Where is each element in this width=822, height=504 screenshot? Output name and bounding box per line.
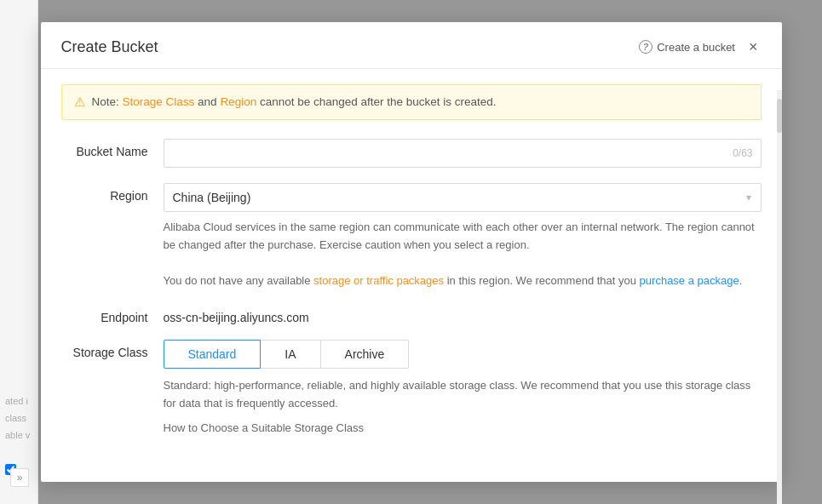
region-select-wrapper: China (Beijing) ▾ (164, 183, 762, 212)
bg-text-2: class (0, 410, 37, 427)
region-description: Alibaba Cloud services in the same regio… (164, 219, 762, 289)
create-bucket-modal: Create Bucket ? Create a bucket × ⚠ Note… (41, 22, 782, 482)
scrollbar-thumb (777, 99, 782, 133)
region-control: China (Beijing) ▾ Alibaba Cloud services… (164, 183, 762, 289)
help-link-label: Create a bucket (657, 41, 735, 54)
bucket-name-input[interactable] (164, 139, 762, 168)
help-circle-icon: ? (639, 40, 652, 54)
bucket-name-counter: 0/63 (733, 147, 752, 159)
endpoint-label: Endpoint (61, 305, 164, 324)
bucket-name-control: 0/63 (164, 139, 762, 168)
storage-class-ia-button[interactable]: IA (261, 340, 320, 369)
endpoint-value: oss-cn-beijing.aliyuncs.com (164, 305, 762, 324)
close-button[interactable]: × (745, 37, 762, 56)
storage-class-standard-button[interactable]: Standard (164, 340, 262, 369)
region-row: Region China (Beijing) ▾ Alibaba Cloud s… (61, 183, 762, 289)
bg-text-1: ated i (0, 392, 37, 410)
help-link[interactable]: ? Create a bucket (639, 40, 735, 54)
region-link[interactable]: Region (220, 95, 256, 108)
bucket-name-input-wrapper: 0/63 (164, 139, 762, 168)
endpoint-row: Endpoint oss-cn-beijing.aliyuncs.com (61, 305, 762, 324)
endpoint-control: oss-cn-beijing.aliyuncs.com (164, 305, 762, 324)
bucket-name-label: Bucket Name (61, 139, 164, 158)
modal-body: ⚠ Note: Storage Class and Region cannot … (41, 69, 782, 482)
modal-header-actions: ? Create a bucket × (639, 37, 761, 56)
storage-class-archive-button[interactable]: Archive (321, 340, 410, 369)
region-label: Region (61, 183, 164, 203)
warning-icon: ⚠ (74, 94, 85, 110)
bg-text-3: able v (0, 427, 37, 444)
alert-banner: ⚠ Note: Storage Class and Region cannot … (61, 84, 762, 120)
storage-class-help-link[interactable]: How to Choose a Suitable Storage Class (164, 421, 365, 434)
bucket-name-row: Bucket Name 0/63 (61, 139, 762, 168)
storage-class-description: Standard: high-performance, reliable, an… (164, 377, 762, 413)
modal-scrollbar[interactable] (777, 90, 782, 504)
storage-class-row: Storage Class Standard IA Archive Standa… (61, 340, 762, 437)
purchase-package-link[interactable]: purchase a package (640, 274, 739, 287)
modal-title: Create Bucket (61, 38, 158, 56)
storage-class-buttons: Standard IA Archive (164, 340, 762, 369)
storage-class-control: Standard IA Archive Standard: high-perfo… (164, 340, 762, 437)
expand-icon[interactable]: » (10, 468, 29, 487)
alert-text: Note: Storage Class and Region cannot be… (92, 94, 497, 111)
background-page: ated i class able v » (0, 0, 38, 504)
storage-class-link[interactable]: Storage Class (123, 95, 195, 108)
storage-class-label: Storage Class (61, 340, 164, 359)
region-select[interactable]: China (Beijing) (164, 183, 762, 212)
modal-header: Create Bucket ? Create a bucket × (41, 22, 782, 69)
traffic-packages-link[interactable]: storage or traffic packages (313, 274, 444, 287)
